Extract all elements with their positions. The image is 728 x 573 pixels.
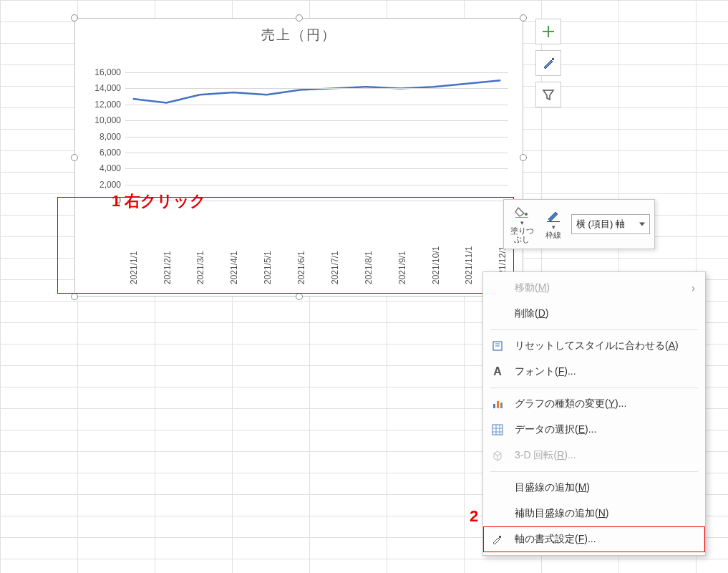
chart-object[interactable]: 売上（円） 02,0004,0006,0008,00010,00012,0001…: [74, 18, 523, 297]
paint-bucket-icon: [514, 205, 530, 218]
chart-icon: [490, 397, 505, 411]
mini-toolbar: ▾ 塗りつぶし ▾ 枠線 横 (項目) 軸: [503, 199, 655, 249]
gridline: [125, 168, 508, 169]
funnel-icon: [541, 87, 555, 102]
x-tick-label[interactable]: 2021/7/1: [330, 251, 340, 284]
x-tick-label[interactable]: 2021/9/1: [397, 251, 407, 284]
blank-icon: [490, 281, 505, 295]
menu-item-chgtype[interactable]: グラフの種類の変更(Y)...: [483, 391, 705, 417]
menu-item-delete[interactable]: 削除(D): [483, 301, 705, 327]
plus-icon: [541, 24, 555, 39]
gridline: [125, 88, 508, 89]
chart-side-buttons: [535, 19, 561, 113]
fill-label: 塗りつぶし: [510, 226, 534, 244]
svg-rect-0: [552, 58, 554, 60]
menu-item-label: データの選択(E)...: [515, 423, 596, 436]
grid-icon: [490, 423, 505, 437]
x-tick-label[interactable]: 2021/1/1: [129, 251, 139, 284]
menu-item-label: リセットしてスタイルに合わせる(A): [515, 340, 679, 352]
y-tick-label: 16,000: [94, 67, 121, 77]
x-tick-label[interactable]: 2021/4/1: [229, 251, 239, 284]
x-tick-label[interactable]: 2021/6/1: [296, 251, 306, 284]
y-tick-label: 2,000: [100, 180, 121, 190]
menu-item-mingrid[interactable]: 補助目盛線の追加(N): [483, 501, 705, 526]
svg-rect-8: [492, 425, 503, 435]
menu-item-label: フォント(F)...: [515, 365, 576, 378]
menu-item-label: グラフの種類の変更(Y)...: [515, 398, 626, 410]
chart-title[interactable]: 売上（円）: [75, 19, 523, 47]
resize-handle[interactable]: [520, 154, 527, 161]
svg-rect-9: [499, 536, 501, 538]
x-tick-label[interactable]: 2021/5/1: [263, 251, 273, 284]
y-tick-label: 12,000: [94, 100, 121, 110]
y-axis-ticks: 02,0004,0006,0008,00010,00012,00014,0001…: [84, 72, 125, 201]
svg-rect-3: [547, 221, 560, 222]
y-tick-label: 10,000: [94, 115, 121, 125]
cube-icon: [490, 448, 505, 463]
annotation-step-2: 2: [470, 507, 478, 526]
outline-button[interactable]: ▾ 枠線: [540, 209, 567, 239]
gridline: [125, 72, 508, 73]
resize-handle[interactable]: [71, 14, 78, 21]
svg-rect-7: [500, 403, 503, 408]
y-tick-label: 8,000: [100, 132, 121, 142]
menu-item-rot3d: 3-D 回転(R)...: [483, 443, 705, 468]
menu-item-label: 目盛線の追加(M): [515, 481, 590, 494]
blank-icon: [490, 307, 505, 321]
y-tick-label: 6,000: [100, 148, 121, 158]
format-icon: [490, 532, 505, 546]
reset-icon: [490, 339, 505, 353]
x-tick-label[interactable]: 2021/11/1: [464, 246, 474, 284]
svg-point-1: [525, 213, 528, 216]
menu-item-majgrid[interactable]: 目盛線の追加(M): [483, 475, 705, 501]
blank-icon: [490, 481, 505, 495]
submenu-arrow-icon: ›: [691, 282, 695, 294]
chart-styles-button[interactable]: [535, 50, 561, 76]
selector-value: 横 (項目) 軸: [576, 218, 625, 229]
menu-separator: [490, 329, 698, 330]
menu-separator: [490, 387, 698, 388]
gridline: [125, 120, 508, 121]
menu-item-font[interactable]: Aフォント(F)...: [483, 359, 705, 385]
gridline: [125, 153, 508, 153]
svg-rect-2: [515, 217, 528, 218]
menu-item-reset[interactable]: リセットしてスタイルに合わせる(A): [483, 333, 705, 359]
context-menu: 移動(M)›削除(D)リセットしてスタイルに合わせる(A)Aフォント(F)...…: [482, 271, 706, 556]
pen-icon: [545, 209, 561, 222]
resize-handle[interactable]: [71, 293, 78, 300]
resize-handle[interactable]: [71, 154, 78, 161]
svg-rect-6: [497, 401, 499, 408]
plot-area[interactable]: [125, 72, 508, 201]
gridline: [125, 105, 508, 105]
brush-icon: [541, 56, 555, 70]
svg-rect-5: [493, 404, 495, 408]
menu-separator: [490, 471, 698, 472]
resize-handle[interactable]: [296, 14, 303, 21]
x-tick-label[interactable]: 2021/2/1: [162, 251, 173, 284]
menu-item-label: 削除(D): [515, 307, 548, 320]
outline-label: 枠線: [545, 231, 561, 239]
data-series-line[interactable]: [133, 80, 501, 102]
menu-item-label: 補助目盛線の追加(N): [515, 507, 608, 520]
gridline: [125, 185, 508, 186]
y-tick-label: 4,000: [100, 163, 121, 173]
chart-filters-button[interactable]: [535, 82, 561, 107]
x-tick-label[interactable]: 2021/10/1: [431, 246, 441, 284]
annotation-step-1: 1 右クリック: [112, 191, 206, 212]
fill-button[interactable]: ▾ 塗りつぶし: [508, 205, 535, 244]
x-axis-ticks[interactable]: 2021/1/12021/2/12021/3/12021/4/12021/5/1…: [125, 208, 508, 294]
y-tick-label: 14,000: [94, 83, 121, 93]
x-tick-label[interactable]: 2021/3/1: [195, 251, 205, 284]
menu-item-label: 移動(M): [515, 281, 550, 294]
chart-element-selector[interactable]: 横 (項目) 軸: [571, 214, 650, 234]
menu-item-label: 軸の書式設定(F)...: [515, 533, 596, 546]
menu-item-move: 移動(M)›: [483, 275, 705, 301]
resize-handle[interactable]: [520, 14, 527, 21]
menu-item-label: 3-D 回転(R)...: [515, 449, 576, 462]
blank-icon: [490, 506, 505, 521]
add-chart-element-button[interactable]: [535, 19, 561, 44]
x-tick-label[interactable]: 2021/8/1: [364, 251, 374, 284]
menu-item-format[interactable]: 軸の書式設定(F)...: [483, 526, 705, 552]
font-icon: A: [490, 365, 505, 379]
menu-item-dsel[interactable]: データの選択(E)...: [483, 417, 705, 443]
